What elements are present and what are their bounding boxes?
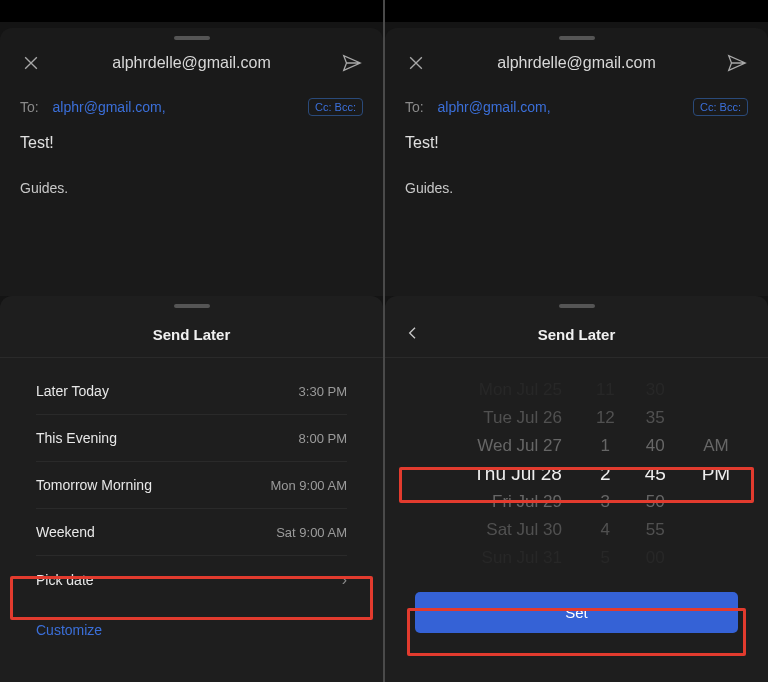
from-email: alphrdelle@gmail.com bbox=[497, 54, 656, 72]
option-value: 8:00 PM bbox=[299, 431, 347, 446]
picker-cell: 3 bbox=[601, 488, 610, 516]
option-weekend[interactable]: Weekend Sat 9:00 AM bbox=[36, 509, 347, 556]
right-pane: alphrdelle@gmail.com To: alphr@gmail.com… bbox=[385, 0, 768, 682]
picker-cell: 40 bbox=[646, 432, 665, 460]
picker-minute-column[interactable]: 30 35 40 45 50 55 00 bbox=[627, 376, 684, 576]
drag-handle-icon[interactable] bbox=[174, 36, 210, 40]
to-row[interactable]: To: alphr@gmail.com, Cc: Bcc: bbox=[0, 88, 383, 130]
picker-cell: Fri Jul 29 bbox=[492, 488, 562, 516]
sheet-title: Send Later bbox=[538, 326, 616, 343]
option-label: Later Today bbox=[36, 383, 109, 399]
compose-card: alphrdelle@gmail.com To: alphr@gmail.com… bbox=[385, 28, 768, 296]
sheet-header: Send Later bbox=[0, 308, 383, 358]
picker-cell: Mon Jul 25 bbox=[479, 376, 562, 404]
set-button[interactable]: Set bbox=[415, 592, 738, 633]
to-label: To: bbox=[20, 99, 39, 115]
option-this-evening[interactable]: This Evening 8:00 PM bbox=[36, 415, 347, 462]
option-value: 3:30 PM bbox=[299, 384, 347, 399]
picker-cell: Sat Jul 30 bbox=[486, 516, 562, 544]
picker-cell: 30 bbox=[646, 376, 665, 404]
notch bbox=[487, 0, 667, 10]
body-field[interactable]: Guides. bbox=[0, 164, 383, 212]
body-field[interactable]: Guides. bbox=[385, 164, 768, 212]
picker-hour-column[interactable]: 11 12 1 2 3 4 5 bbox=[584, 376, 627, 576]
compose-card: alphrdelle@gmail.com To: alphr@gmail.com… bbox=[0, 28, 383, 296]
date-picker-sheet: Send Later Mon Jul 25 Tue Jul 26 Wed Jul… bbox=[385, 296, 768, 682]
option-value: Mon 9:00 AM bbox=[270, 478, 347, 493]
subject-field[interactable]: Test! bbox=[385, 130, 768, 164]
to-label: To: bbox=[405, 99, 424, 115]
subject-field[interactable]: Test! bbox=[0, 130, 383, 164]
send-later-sheet: Send Later Later Today 3:30 PM This Even… bbox=[0, 296, 383, 682]
option-label: This Evening bbox=[36, 430, 117, 446]
picker-cell: 35 bbox=[646, 404, 665, 432]
left-pane: alphrdelle@gmail.com To: alphr@gmail.com… bbox=[0, 0, 383, 682]
option-later-today[interactable]: Later Today 3:30 PM bbox=[36, 368, 347, 415]
back-icon[interactable] bbox=[405, 325, 421, 341]
sheet-options: Later Today 3:30 PM This Evening 8:00 PM… bbox=[0, 358, 383, 638]
to-email: alphr@gmail.com, bbox=[438, 99, 551, 115]
cc-bcc-button[interactable]: Cc: Bcc: bbox=[693, 98, 748, 116]
picker-cell: Sun Jul 31 bbox=[482, 544, 562, 572]
picker-cell: Tue Jul 26 bbox=[483, 404, 562, 432]
picker-ampm-column[interactable]: AM PM bbox=[684, 376, 748, 576]
from-email: alphrdelle@gmail.com bbox=[112, 54, 271, 72]
picker-cell: 55 bbox=[646, 516, 665, 544]
sheet-title: Send Later bbox=[153, 326, 231, 343]
option-label: Pick date bbox=[36, 572, 94, 588]
send-icon[interactable] bbox=[341, 52, 363, 74]
notch bbox=[102, 0, 282, 10]
datetime-picker[interactable]: Mon Jul 25 Tue Jul 26 Wed Jul 27 Thu Jul… bbox=[385, 358, 768, 682]
picker-cell-selected: 2 bbox=[600, 460, 611, 488]
option-tomorrow-morning[interactable]: Tomorrow Morning Mon 9:00 AM bbox=[36, 462, 347, 509]
chevron-right-icon: › bbox=[342, 571, 347, 589]
sheet-header: Send Later bbox=[385, 308, 768, 358]
send-icon[interactable] bbox=[726, 52, 748, 74]
picker-cell: 5 bbox=[601, 544, 610, 572]
option-label: Weekend bbox=[36, 524, 95, 540]
picker-cell: 00 bbox=[646, 544, 665, 572]
picker-cell: 11 bbox=[596, 376, 615, 404]
picker-cell: Wed Jul 27 bbox=[477, 432, 562, 460]
picker-cell: 1 bbox=[601, 432, 610, 460]
close-icon[interactable] bbox=[20, 52, 42, 74]
picker-cell: AM bbox=[703, 432, 729, 460]
picker-cell: 50 bbox=[646, 488, 665, 516]
close-icon[interactable] bbox=[405, 52, 427, 74]
picker-cell-selected: PM bbox=[702, 460, 731, 488]
to-email: alphr@gmail.com, bbox=[53, 99, 166, 115]
picker-cell-selected: Thu Jul 28 bbox=[473, 460, 562, 488]
drag-handle-icon[interactable] bbox=[559, 36, 595, 40]
to-row[interactable]: To: alphr@gmail.com, Cc: Bcc: bbox=[385, 88, 768, 130]
cc-bcc-button[interactable]: Cc: Bcc: bbox=[308, 98, 363, 116]
picker-cell: 12 bbox=[596, 404, 615, 432]
picker-cell-selected: 45 bbox=[645, 460, 666, 488]
option-label: Tomorrow Morning bbox=[36, 477, 152, 493]
option-pick-date[interactable]: Pick date › bbox=[36, 556, 347, 604]
option-value: Sat 9:00 AM bbox=[276, 525, 347, 540]
picker-cell: 4 bbox=[601, 516, 610, 544]
picker-date-column[interactable]: Mon Jul 25 Tue Jul 26 Wed Jul 27 Thu Jul… bbox=[405, 376, 584, 576]
customize-link[interactable]: Customize bbox=[36, 604, 347, 638]
